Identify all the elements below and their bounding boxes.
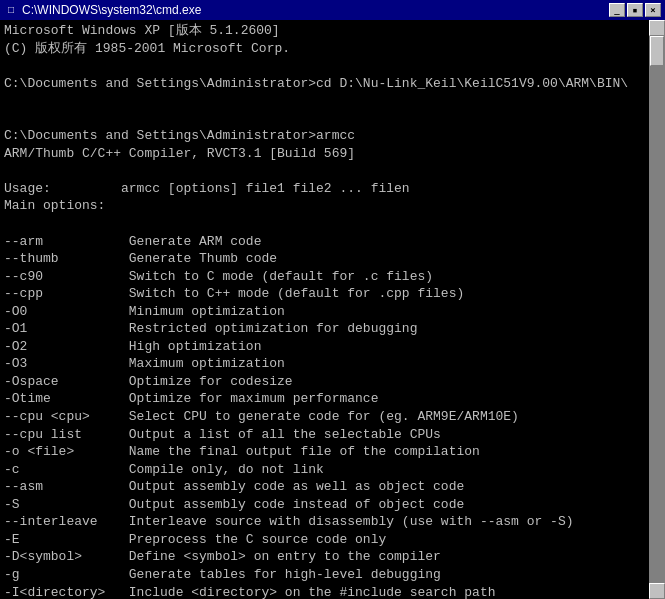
title-bar-left: □ C:\WINDOWS\system32\cmd.exe	[4, 3, 201, 17]
title-buttons: _ ▪ ×	[609, 3, 661, 17]
close-button[interactable]: ×	[645, 3, 661, 17]
minimize-button[interactable]: _	[609, 3, 625, 17]
title-text: C:\WINDOWS\system32\cmd.exe	[22, 3, 201, 17]
cmd-icon: □	[4, 3, 18, 17]
scroll-track[interactable]	[649, 36, 665, 583]
scroll-up-button[interactable]: ▲	[649, 20, 665, 36]
terminal-area: Microsoft Windows XP [版本 5.1.2600] (C) 版…	[0, 20, 665, 599]
scroll-down-button[interactable]: ▼	[649, 583, 665, 599]
title-bar[interactable]: □ C:\WINDOWS\system32\cmd.exe _ ▪ ×	[0, 0, 665, 20]
scrollbar[interactable]: ▲ ▼	[649, 20, 665, 599]
terminal-output: Microsoft Windows XP [版本 5.1.2600] (C) 版…	[4, 22, 661, 599]
scroll-thumb[interactable]	[650, 36, 664, 66]
restore-button[interactable]: ▪	[627, 3, 643, 17]
